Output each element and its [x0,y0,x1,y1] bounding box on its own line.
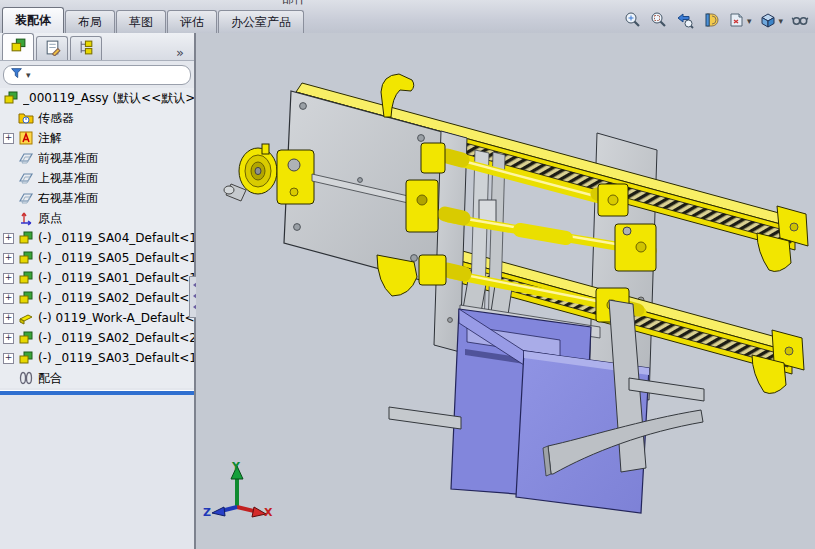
tree-item[interactable]: 原点 [0,208,194,228]
triad-z-label: Z [203,506,211,519]
tree-item[interactable]: 上视基准面 [0,168,194,188]
previous-view-button[interactable] [674,10,696,32]
assembly-icon [18,290,34,306]
triad-y-label: Y [231,460,241,473]
tree-item[interactable]: 配合 [0,368,194,388]
expand-toggle[interactable]: + [3,333,14,344]
ribbon-tab-2[interactable]: 布局 [65,10,115,33]
display-style-icon [759,11,777,32]
zoom-to-area-button[interactable] [648,10,670,32]
ribbon-tab-4[interactable]: 评估 [167,10,217,33]
tree-item[interactable]: 右视基准面 [0,188,194,208]
filter-funnel-icon [10,67,23,83]
clipped-toolbar-label: 部件 [282,0,306,5]
zoom-to-fit-icon [624,11,642,32]
display-style-button[interactable]: ▾ [757,10,785,32]
feature-tree: _000119_Assy (默认<<默认>_传感器+注解前视基准面上视基准面右视… [0,88,194,388]
tree-item-label: (-) _0119_SA04_Default<1 [38,231,194,245]
filter-dropdown-arrow[interactable]: ▾ [26,70,31,80]
ribbon-tab-bar: 装配体布局草图评估办公室产品 [2,7,305,33]
assembly-icon [18,330,34,346]
apply-scene-button[interactable]: ▾ [726,10,754,32]
tree-item-label: 原点 [38,210,62,227]
dropdown-arrow-icon[interactable]: ▾ [747,16,752,26]
ribbon-header: 部件 装配体布局草图评估办公室产品 ▾▾ [0,0,815,34]
hide-show-items-icon [791,11,809,32]
features-tree-icon [10,37,27,57]
expand-toggle[interactable]: + [3,353,14,364]
tree-item[interactable]: +(-) _0119_SA01_Default<1 [0,268,194,288]
previous-view-icon [676,11,694,32]
tree-item[interactable]: +注解 [0,128,194,148]
property-manager-icon [44,39,61,59]
configuration-manager-icon [78,39,95,59]
tree-item-label: 前视基准面 [38,150,98,167]
assembly-icon [3,90,19,106]
assembly-icon [18,230,34,246]
tree-item[interactable]: +(-) 0119_Work-A_Default< [0,308,194,328]
mates-icon [18,370,34,386]
dropdown-arrow-icon[interactable]: ▾ [778,16,783,26]
plane-icon [18,170,34,186]
reference-triad: Y X Z [203,460,273,519]
expand-toggle[interactable]: + [3,133,14,144]
model-left-bearing-block[interactable] [277,150,314,204]
solidworks-window: 部件 装配体布局草图评估办公室产品 ▾▾ » ▾ _000119_Assy (默… [0,0,815,549]
sensor-icon [18,110,34,126]
triad-x-label: X [264,506,273,519]
tree-item[interactable]: _000119_Assy (默认<<默认>_ [0,88,194,108]
zoom-to-area-icon [650,11,668,32]
expand-toggle[interactable]: + [3,313,14,324]
tree-item-label: (-) _0119_SA01_Default<1 [38,271,194,285]
tree-item[interactable]: +(-) _0119_SA04_Default<1 [0,228,194,248]
zoom-to-fit-button[interactable] [622,10,644,32]
section-view-icon [702,11,720,32]
assembly-icon [18,250,34,266]
graphics-viewport[interactable]: Y X Z [196,33,815,549]
tree-item-label: 上视基准面 [38,170,98,187]
model-bottom-clamp[interactable] [377,255,417,296]
tree-item-label: (-) _0119_SA02_Default<2 [38,331,194,345]
assembly-icon [18,350,34,366]
model-handwheel[interactable] [224,144,277,201]
tree-item[interactable]: 传感器 [0,108,194,128]
assembly-icon [18,270,34,286]
tree-item-label: 配合 [38,370,62,387]
configuration-manager-tab[interactable] [70,36,102,60]
plane-icon [18,150,34,166]
features-tree-tab[interactable] [2,33,34,60]
origin-icon [18,210,34,226]
tree-item[interactable]: +(-) _0119_SA02_Default<1 [0,288,194,308]
tree-item-label: (-) _0119_SA05_Default<1 [38,251,194,265]
plane-icon [18,190,34,206]
ribbon-tab-5[interactable]: 办公室产品 [218,10,304,33]
panel-overflow-chevron[interactable]: » [176,45,184,60]
section-view-button[interactable] [700,10,722,32]
ribbon-tab-1[interactable]: 装配体 [2,7,64,33]
expand-toggle[interactable]: + [3,253,14,264]
tree-item-label: (-) _0119_SA03_Default<1 [38,351,194,365]
annotation-icon [18,130,34,146]
tree-item[interactable]: 前视基准面 [0,148,194,168]
expand-toggle[interactable]: + [3,233,14,244]
tree-filter-input[interactable]: ▾ [3,65,191,85]
tree-item-label: _000119_Assy (默认<<默认>_ [23,90,194,107]
tree-item-label: 右视基准面 [38,190,98,207]
tree-item-label: 注解 [38,130,62,147]
apply-scene-icon [728,11,746,32]
feature-manager-panel: » ▾ _000119_Assy (默认<<默认>_传感器+注解前视基准面上视基… [0,33,196,549]
part-icon [18,310,34,326]
tree-item-label: 传感器 [38,110,74,127]
tree-item-label: (-) _0119_SA02_Default<1 [38,291,194,305]
tree-item[interactable]: +(-) _0119_SA03_Default<1 [0,348,194,368]
property-manager-tab[interactable] [36,36,68,60]
expand-toggle[interactable]: + [3,273,14,284]
panel-empty-area [0,395,194,549]
cad-scene: Y X Z [196,33,815,549]
tree-item[interactable]: +(-) _0119_SA05_Default<1 [0,248,194,268]
tree-item[interactable]: +(-) _0119_SA02_Default<2 [0,328,194,348]
hide-show-items-button[interactable] [789,10,811,32]
expand-toggle[interactable]: + [3,293,14,304]
panel-tab-bar: » [0,33,194,61]
ribbon-tab-3[interactable]: 草图 [116,10,166,33]
